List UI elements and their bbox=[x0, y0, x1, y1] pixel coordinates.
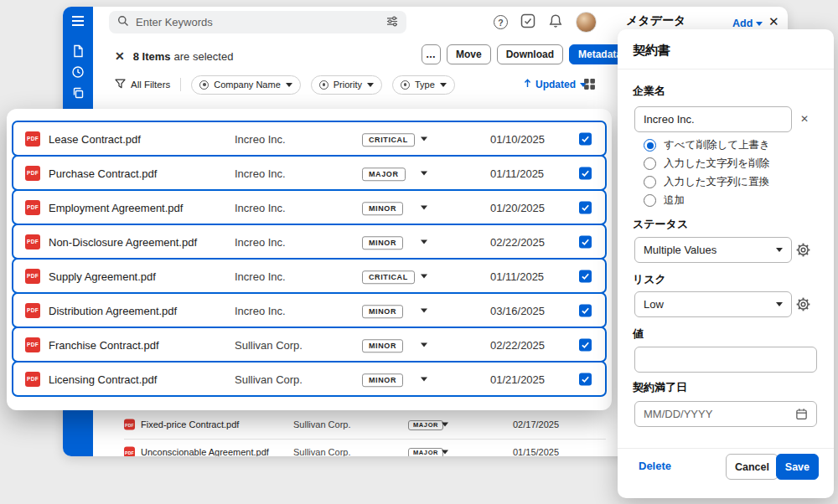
value-input[interactable] bbox=[634, 347, 817, 373]
row-checkbox[interactable] bbox=[579, 270, 592, 282]
chevron-down-icon bbox=[367, 83, 374, 87]
company-name: Increo Inc. bbox=[235, 235, 286, 248]
radio-remove-text[interactable]: 入力した文字列を削除 bbox=[644, 157, 769, 171]
selection-count-text: 8 Itemsare selected bbox=[133, 50, 234, 63]
clock-icon[interactable] bbox=[71, 65, 85, 79]
file-row[interactable]: PDF Lease Contract.pdf Increo Inc. CRITI… bbox=[12, 121, 607, 157]
row-checkbox[interactable] bbox=[579, 304, 592, 316]
filter-chip-priority[interactable]: Priority bbox=[311, 75, 382, 95]
priority-badge: MINOR bbox=[362, 234, 403, 250]
file-row[interactable]: PDF Employment Agreement.pdf Increo Inc.… bbox=[12, 189, 607, 225]
template-title: 契約書 bbox=[633, 43, 670, 59]
file-name: Fixed-price Contract.pdf bbox=[141, 419, 239, 429]
row-checkbox[interactable] bbox=[579, 132, 592, 145]
file-name: Unconscionable Agreement.pdf bbox=[141, 447, 269, 456]
company-name: Sullivan Corp. bbox=[293, 447, 350, 456]
metadata-close-icon[interactable]: ✕ bbox=[768, 14, 779, 29]
help-icon[interactable]: ? bbox=[494, 15, 508, 29]
pdf-icon: PDF bbox=[25, 234, 40, 249]
chevron-down-icon[interactable] bbox=[421, 342, 427, 347]
chevron-down-icon bbox=[286, 83, 292, 87]
arrow-up-icon bbox=[524, 79, 531, 90]
metadata-add-button[interactable]: Add bbox=[732, 18, 763, 29]
priority-badge: MAJOR bbox=[362, 165, 406, 182]
save-button[interactable]: Save bbox=[776, 454, 819, 480]
file-row[interactable]: PDF Franchise Contract.pdf Sullivan Corp… bbox=[12, 327, 607, 363]
updated-date: 01/11/2025 bbox=[490, 270, 544, 282]
search-bar[interactable] bbox=[109, 11, 406, 33]
chevron-down-icon[interactable] bbox=[421, 377, 427, 381]
radio-append[interactable]: 追加 bbox=[644, 193, 685, 208]
row-checkbox[interactable] bbox=[579, 167, 592, 179]
status-label: ステータス bbox=[633, 217, 688, 232]
delete-button[interactable]: Delete bbox=[639, 460, 671, 472]
pdf-icon: PDF bbox=[25, 372, 40, 387]
company-name: Sullivan Corp. bbox=[235, 373, 303, 385]
row-checkbox[interactable] bbox=[579, 373, 592, 385]
file-name: Lease Contract.pdf bbox=[49, 132, 141, 145]
file-name: Purchase Contract.pdf bbox=[49, 167, 157, 179]
chevron-down-icon[interactable] bbox=[421, 239, 427, 244]
company-input[interactable] bbox=[634, 106, 792, 132]
copy-icon[interactable] bbox=[71, 86, 85, 100]
divider bbox=[618, 69, 834, 69]
updated-date: 01/20/2025 bbox=[490, 201, 545, 213]
metadata-sidebar-title: メタデータ bbox=[626, 13, 685, 28]
calendar-icon[interactable] bbox=[795, 408, 808, 424]
gear-icon[interactable] bbox=[796, 243, 810, 260]
updated-date: 01/11/2025 bbox=[490, 167, 544, 179]
file-row[interactable]: PDF Non-Disclosure Agreement.pdf Increo … bbox=[12, 224, 607, 260]
company-label: 企業名 bbox=[633, 84, 665, 99]
cancel-button[interactable]: Cancel bbox=[726, 454, 779, 480]
all-filters-button[interactable]: All Filters bbox=[115, 79, 170, 90]
file-row[interactable]: PDF Purchase Contract.pdf Increo Inc. MA… bbox=[12, 155, 607, 191]
file-icon[interactable] bbox=[71, 44, 85, 58]
divider bbox=[124, 439, 606, 440]
topbar-icons: ? bbox=[494, 11, 597, 33]
filter-chip-company[interactable]: Company Name bbox=[191, 75, 300, 95]
row-checkbox[interactable] bbox=[579, 338, 592, 351]
chevron-down-icon[interactable] bbox=[442, 423, 448, 427]
download-button[interactable]: Download bbox=[497, 44, 563, 64]
pdf-icon: PDF bbox=[25, 269, 40, 284]
file-row[interactable]: PDF Licensing Contract.pdf Sullivan Corp… bbox=[12, 361, 607, 397]
pdf-icon: PDF bbox=[25, 131, 40, 147]
pdf-icon: PDF bbox=[124, 419, 135, 430]
chevron-down-icon[interactable] bbox=[421, 205, 427, 209]
risk-select[interactable]: Low bbox=[634, 291, 792, 317]
chevron-down-icon[interactable] bbox=[421, 136, 427, 141]
file-row[interactable]: PDF Distribution Agreement.pdf Increo In… bbox=[12, 292, 607, 328]
grid-view-icon[interactable] bbox=[583, 78, 596, 94]
more-actions-button[interactable]: … bbox=[422, 44, 441, 64]
radio-icon bbox=[644, 194, 656, 207]
clear-field-icon[interactable]: ✕ bbox=[798, 112, 811, 126]
expiry-date-input[interactable] bbox=[634, 401, 817, 427]
chevron-down-icon[interactable] bbox=[421, 171, 427, 175]
radio-overwrite[interactable]: すべて削除して上書き bbox=[644, 138, 770, 152]
move-button[interactable]: Move bbox=[447, 44, 491, 64]
search-filters-icon[interactable] bbox=[386, 15, 398, 30]
file-row[interactable]: PDF Supply Agreement.pdf Increo Inc. CRI… bbox=[12, 258, 607, 294]
filter-chip-type[interactable]: Type bbox=[392, 75, 455, 95]
chevron-down-icon[interactable] bbox=[421, 308, 427, 312]
bell-icon[interactable] bbox=[548, 13, 563, 32]
tasks-icon[interactable] bbox=[520, 13, 535, 32]
chevron-down-icon[interactable] bbox=[421, 274, 427, 278]
priority-badge: CRITICAL bbox=[362, 131, 415, 147]
chevron-down-icon[interactable] bbox=[442, 450, 448, 455]
avatar[interactable] bbox=[576, 12, 597, 33]
clear-selection-icon[interactable]: ✕ bbox=[115, 49, 125, 63]
menu-icon[interactable] bbox=[71, 15, 85, 28]
pdf-icon: PDF bbox=[25, 337, 40, 352]
priority-badge: MINOR bbox=[362, 302, 403, 319]
radio-replace-text[interactable]: 入力した文字列に置換 bbox=[644, 175, 769, 189]
status-select[interactable]: Multiple Values bbox=[634, 237, 792, 263]
selection-info: ✕ 8 Itemsare selected bbox=[115, 49, 233, 63]
sort-control[interactable]: Updated bbox=[524, 79, 587, 90]
updated-date: 01/10/2025 bbox=[490, 132, 545, 145]
gear-icon[interactable] bbox=[796, 297, 810, 315]
row-checkbox[interactable] bbox=[579, 201, 592, 213]
company-name: Sullivan Corp. bbox=[293, 419, 350, 429]
search-input[interactable] bbox=[136, 16, 380, 28]
row-checkbox[interactable] bbox=[579, 235, 592, 248]
